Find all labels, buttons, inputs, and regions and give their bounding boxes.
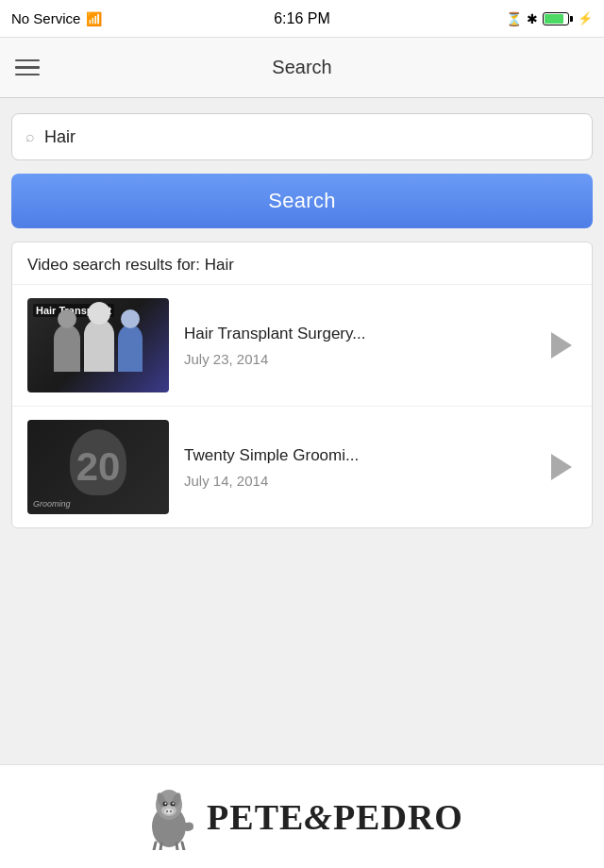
svg-line-15 <box>182 843 184 850</box>
brand-pete: PETE <box>207 797 304 837</box>
results-header: Video search results for: Hair <box>12 242 592 285</box>
brand-pedro: PEDRO <box>333 797 463 837</box>
svg-line-14 <box>176 843 177 850</box>
svg-point-9 <box>164 809 174 814</box>
bluetooth-icon: ✱ <box>527 11 538 26</box>
menu-button[interactable] <box>15 59 40 76</box>
svg-point-7 <box>165 802 167 804</box>
alarm-icon: ⏳ <box>506 11 522 26</box>
nav-bar: Search <box>0 38 604 98</box>
play-triangle-icon-2 <box>551 454 572 480</box>
carrier-text: No Service <box>11 10 80 26</box>
search-button-label: Search <box>268 189 336 213</box>
video-thumbnail-1: Hair Transplant <box>27 298 169 392</box>
video-item-1[interactable]: Hair Transplant Hair Transplant Surgery.… <box>12 285 592 407</box>
page-title: Search <box>272 57 331 78</box>
brand-ampersand: & <box>304 797 333 837</box>
search-input[interactable] <box>44 127 579 147</box>
video-item-2[interactable]: 20 Grooming Twenty Simple Groomi... July… <box>12 407 592 527</box>
status-right: ⏳ ✱ ⚡ <box>506 11 593 26</box>
search-button[interactable]: Search <box>11 174 593 228</box>
search-input-area[interactable]: ⌕ <box>11 113 593 160</box>
charging-icon: ⚡ <box>578 11 593 25</box>
brand-logo-donkey <box>141 784 197 850</box>
thumb-subtitle: Grooming <box>33 499 71 509</box>
video-date-2: July 14, 2014 <box>184 473 528 489</box>
video-info-2: Twenty Simple Groomi... July 14, 2014 <box>184 445 528 488</box>
video-date-1: July 23, 2014 <box>184 351 528 367</box>
main-content: ⌕ Search Video search results for: Hair … <box>0 98 604 868</box>
svg-point-10 <box>166 810 168 812</box>
status-bar: No Service 📶 6:16 PM ⏳ ✱ ⚡ <box>0 0 604 38</box>
search-icon: ⌕ <box>25 128 35 145</box>
time-display: 6:16 PM <box>274 10 330 27</box>
hamburger-line-1 <box>15 59 40 62</box>
thumb-figures <box>54 319 143 372</box>
video-title-2: Twenty Simple Groomi... <box>184 445 528 466</box>
results-container: Video search results for: Hair Hair Tran… <box>11 242 593 528</box>
svg-line-13 <box>160 843 161 850</box>
hamburger-line-2 <box>15 66 40 69</box>
svg-line-12 <box>154 843 156 850</box>
thumb-number: 20 <box>76 444 121 490</box>
brand-name: PETE&PEDRO <box>207 796 463 838</box>
play-triangle-icon <box>551 332 572 359</box>
video-thumbnail-2: 20 Grooming <box>27 420 169 514</box>
video-title-1: Hair Transplant Surgery... <box>184 324 528 344</box>
play-button-1[interactable] <box>543 328 577 362</box>
battery-indicator <box>543 12 573 25</box>
svg-point-8 <box>173 802 175 804</box>
play-button-2[interactable] <box>543 450 577 484</box>
hamburger-line-3 <box>15 74 40 76</box>
video-info-1: Hair Transplant Surgery... July 23, 2014 <box>184 324 528 366</box>
svg-point-11 <box>170 810 172 812</box>
wifi-icon: 📶 <box>86 11 102 26</box>
footer-brand: PETE&PEDRO <box>0 764 604 868</box>
